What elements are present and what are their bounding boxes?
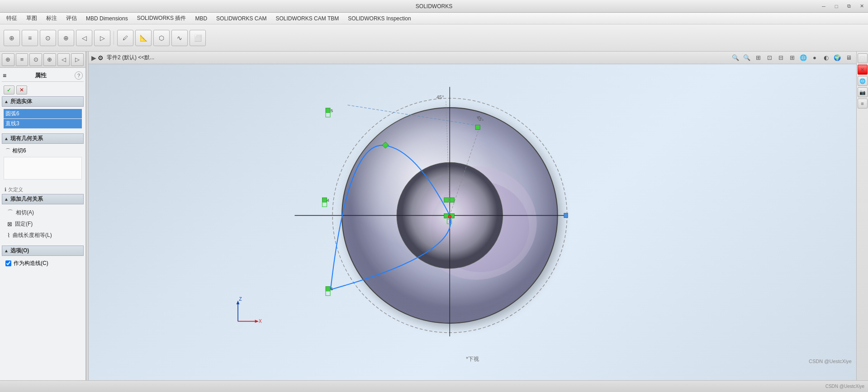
toolbar-sketch-2[interactable]: 📐 — [135, 30, 152, 46]
selected-entities-header[interactable]: ▲ 所选实体 — [2, 96, 84, 107]
toolbar-sketch-1[interactable]: 🖊 — [117, 30, 133, 46]
node-5-bottom-label: 5 — [331, 287, 333, 291]
statusbar: CSDN @UestcXiye — [0, 380, 868, 392]
vp-globe-btn[interactable]: 🌐 — [798, 53, 808, 63]
minimize-button[interactable]: ─ — [817, 0, 830, 12]
relation-tangent: ⌒ 相切6 — [4, 146, 82, 156]
menu-sw-cam-tbm[interactable]: SOLIDWORKS CAM TBM — [271, 14, 343, 23]
toolbar-sketch-4[interactable]: ∿ — [171, 30, 188, 46]
vp-display3-btn[interactable]: ⊞ — [787, 53, 797, 63]
vp-grid-btn[interactable]: ⊞ — [753, 53, 763, 63]
toolbar-btn-4[interactable]: ⊕ — [58, 30, 74, 46]
menu-sw-inspection[interactable]: SOLIDWORKS Inspection — [343, 14, 415, 23]
vp-zoom2-btn[interactable]: 🔍 — [742, 53, 752, 63]
selected-entities-section: ▲ 所选实体 圆弧6 直线3 — [2, 96, 84, 130]
rs-btn-2[interactable]: ✕ — [858, 65, 868, 75]
vp-light-btn[interactable]: ● — [810, 53, 820, 63]
collapse-arrow-2: ▲ — [4, 136, 9, 141]
z-axis-label: Z — [239, 297, 242, 302]
options-section: ▲ 选项(O) 作为构造线(C) — [2, 246, 84, 269]
collapse-arrow-3: ▲ — [4, 197, 9, 202]
left-icon-1[interactable]: ⊕ — [2, 53, 14, 66]
add-fixed-btn[interactable]: ⊠ 固定(F) — [4, 218, 82, 230]
node-5-top[interactable] — [326, 108, 330, 113]
options-header[interactable]: ▲ 选项(O) — [2, 246, 84, 256]
rs-btn-3[interactable]: 🌐 — [858, 76, 868, 86]
node-5-bottom[interactable] — [326, 287, 330, 291]
selected-item-line[interactable]: 直线3 — [4, 119, 82, 128]
toolbar-sketch-3[interactable]: ⬡ — [153, 30, 170, 46]
properties-panel: ≡ 属性 ? ✓ ✕ ▲ 所选实体 圆弧6 直线3 — [0, 68, 85, 380]
toolbar-btn-6[interactable]: ▷ — [94, 30, 110, 46]
construction-line-checkbox[interactable] — [5, 260, 11, 266]
maximize-button[interactable]: □ — [830, 0, 843, 12]
toolbar-btn-5[interactable]: ◁ — [76, 30, 92, 46]
tangent-add-icon: ⌒ — [7, 208, 13, 217]
add-relations-header[interactable]: ▲ 添加几何关系 — [2, 194, 84, 204]
rs-btn-5[interactable]: ≡ — [858, 99, 868, 109]
toolbar-sep-1 — [114, 31, 114, 45]
node-upper-right[interactable] — [475, 125, 480, 130]
help-icon[interactable]: ? — [75, 71, 83, 80]
vp-zoom-btn[interactable]: 🔍 — [730, 53, 740, 63]
left-icon-6[interactable]: ▷ — [71, 53, 84, 66]
rs-btn-1[interactable]: ⊡ — [858, 53, 868, 63]
axis-endpoint-right — [564, 213, 568, 217]
main-layout: ⊕ ≡ ⊙ ⊕ ◁ ▷ ≡ 属性 ? ✓ ✕ ▲ 所选实体 — [0, 52, 868, 380]
left-icon-4[interactable]: ⊕ — [43, 53, 56, 66]
window-controls: ─ □ ⧉ ✕ — [817, 0, 868, 12]
left-panel: ⊕ ≡ ⊙ ⊕ ◁ ▷ ≡ 属性 ? ✓ ✕ ▲ 所选实体 — [0, 52, 86, 380]
node-center-top[interactable] — [444, 198, 449, 202]
menu-sketch[interactable]: 草图 — [22, 14, 42, 23]
menu-mbd[interactable]: MBD — [190, 14, 212, 23]
vp-monitor-btn[interactable]: 🖥 — [844, 53, 854, 63]
existing-relations-header[interactable]: ▲ 现有几何关系 — [2, 133, 84, 144]
menu-evaluate[interactable]: 评估 — [62, 14, 81, 23]
toolbar-btn-2[interactable]: ≡ — [22, 30, 38, 46]
viewport-toolbar: ▶ ⚙ 零件2 (默认) <<默... 🔍 🔍 ⊞ ⊡ ⊟ ⊞ 🌐 ● ◐ 🌍 … — [89, 52, 856, 64]
toolbar-sketch-5[interactable]: ⬜ — [190, 30, 206, 46]
node-5-bottom-sub — [326, 291, 330, 296]
left-icon-2[interactable]: ≡ — [16, 53, 28, 66]
collapse-arrow-4: ▲ — [4, 248, 9, 253]
add-equal-length-btn[interactable]: ⌇ 曲线长度相等(L) — [4, 230, 82, 241]
confirm-buttons: ✓ ✕ — [2, 84, 84, 96]
construction-line-label: 作为构造线(C) — [14, 260, 48, 267]
toolbar-btn-3[interactable]: ⊙ — [40, 30, 56, 46]
menu-annotation[interactable]: 标注 — [42, 14, 62, 23]
add-relations-section: ▲ 添加几何关系 ⌒ 相切(A) ⊠ 固定(F) ⌇ 曲线长度相等(L) — [2, 194, 84, 242]
node-center-mid[interactable] — [444, 213, 449, 218]
toolbar: ⊕ ≡ ⊙ ⊕ ◁ ▷ 🖊 📐 ⬡ ∿ ⬜ — [0, 24, 868, 52]
restore-button[interactable]: ⧉ — [843, 0, 855, 12]
node-center-top-2[interactable] — [450, 198, 454, 202]
reject-button[interactable]: ✕ — [16, 85, 27, 94]
tangent-icon: ⌒ — [5, 147, 10, 154]
menu-sw-cam[interactable]: SOLIDWORKS CAM — [212, 14, 271, 23]
x-axis-label: X — [259, 319, 262, 324]
close-button[interactable]: ✕ — [855, 0, 868, 12]
sketch-canvas: 45° 45° 5 4 — [89, 64, 856, 367]
existing-relations-content: ⌒ 相切6 — [2, 145, 84, 182]
menu-sw-plugins[interactable]: SOLIDWORKS 插件 — [133, 14, 191, 23]
relations-list-area — [4, 157, 82, 179]
menu-mbd-dimensions[interactable]: MBD Dimensions — [81, 14, 133, 23]
toolbar-btn-1[interactable]: ⊕ — [4, 30, 20, 46]
accept-button[interactable]: ✓ — [4, 85, 14, 94]
vp-scene-btn[interactable]: 🌍 — [832, 53, 842, 63]
vp-display1-btn[interactable]: ⊡ — [764, 53, 774, 63]
node-5-top-label: 5 — [331, 109, 333, 113]
add-tangent-btn[interactable]: ⌒ 相切(A) — [4, 207, 82, 218]
node-4-left[interactable] — [323, 198, 327, 202]
menu-features[interactable]: 特征 — [2, 14, 22, 23]
rs-btn-4[interactable]: 📷 — [858, 87, 868, 97]
existing-relations-label: 现有几何关系 — [10, 135, 43, 142]
selected-item-arc[interactable]: 圆弧6 — [4, 109, 82, 118]
left-icon-5[interactable]: ◁ — [57, 53, 70, 66]
viewport[interactable]: ▶ ⚙ 零件2 (默认) <<默... 🔍 🔍 ⊞ ⊡ ⊟ ⊞ 🌐 ● ◐ 🌍 … — [89, 52, 856, 380]
left-icon-3[interactable]: ⊙ — [29, 53, 42, 66]
part-name: 零件2 (默认) <<默... — [107, 54, 154, 61]
expand-icon[interactable]: ▶ — [91, 54, 96, 61]
vp-appearance-btn[interactable]: ◐ — [821, 53, 831, 63]
collapse-arrow: ▲ — [4, 99, 9, 104]
vp-display2-btn[interactable]: ⊟ — [776, 53, 786, 63]
